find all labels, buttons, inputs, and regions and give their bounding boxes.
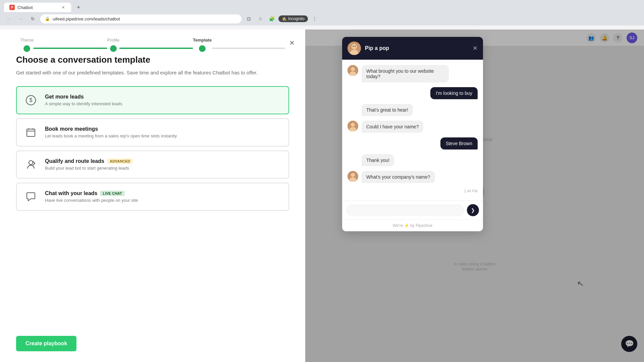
step-template: Template xyxy=(193,38,212,52)
step-profile-dot xyxy=(110,45,117,52)
tab-close-button[interactable]: ✕ xyxy=(60,5,66,10)
incognito-icon: 🕵 xyxy=(282,16,287,21)
template-name-leads: Get more leads xyxy=(45,94,282,100)
chat-send-button[interactable]: ❯ xyxy=(467,204,479,216)
svg-text:$: $ xyxy=(30,97,33,103)
cast-icon[interactable]: ⊡ xyxy=(244,14,254,23)
dialog-subtitle: Get started with one of our predefined t… xyxy=(16,69,289,77)
chat-message-3: That's great to hear! xyxy=(347,104,478,116)
chat-footer-text: We're xyxy=(393,223,403,228)
template-name-qualify: Qualify and route leads ADVANCED xyxy=(45,158,282,164)
chat-message-2: I'm looking to buy xyxy=(347,87,478,99)
incognito-label: Incognito xyxy=(288,16,305,21)
chat-bubble-5: Steve Brown xyxy=(440,137,478,149)
incognito-badge: 🕵 Incognito xyxy=(278,15,308,22)
svg-point-13 xyxy=(351,67,355,71)
template-desc-qualify: Build your lead bot to start generating … xyxy=(45,166,282,171)
step-template-label: Template xyxy=(193,38,212,43)
svg-point-16 xyxy=(351,123,355,127)
create-playbook-button[interactable]: Create playbook xyxy=(16,336,76,351)
chat-footer-brand: by Pipedrive xyxy=(410,223,432,228)
browser-chrome: P Chatbot ✕ + ← → ↻ 🔒 uifeed.pipedrive.c… xyxy=(0,0,644,25)
svg-point-6 xyxy=(29,161,33,165)
menu-button[interactable]: ⋮ xyxy=(310,14,319,23)
chat-bubble-1: What brought you to our website today? xyxy=(362,65,449,82)
tab-favicon: P xyxy=(9,5,15,10)
step-theme-dot xyxy=(23,45,30,52)
chat-widget-footer: We're ⚡ by Pipedrive xyxy=(342,220,483,231)
new-tab-button[interactable]: + xyxy=(74,3,83,12)
template-dialog: Theme Profile Template ✕ Choose a conver… xyxy=(0,29,305,362)
toolbar-actions: ⊡ ☆ 🧩 🕵 Incognito ⋮ xyxy=(244,14,319,23)
chat-body: What brought you to our website today? I… xyxy=(342,60,483,200)
bot-avatar-3 xyxy=(347,171,358,182)
template-option-meetings[interactable]: Book more meetings Let leads book a meet… xyxy=(16,118,289,146)
tab-title: Chatbot xyxy=(17,5,33,10)
svg-point-8 xyxy=(352,44,357,49)
chat-message-5: Steve Brown xyxy=(347,137,478,149)
chat-bubble-4: Could I have your name? xyxy=(362,121,423,133)
refresh-button[interactable]: ↻ xyxy=(28,14,38,23)
extension-icon[interactable]: 🧩 xyxy=(267,14,276,23)
chat-bot-avatar xyxy=(347,42,361,55)
url-text: uifeed.pipedrive.com/leads/chatbot xyxy=(53,16,120,21)
dialog-content: Choose a conversation template Get start… xyxy=(0,52,305,330)
svg-point-19 xyxy=(351,173,355,177)
chat-input-row: ❯ xyxy=(342,200,483,220)
step-profile-label: Profile xyxy=(107,38,119,43)
browser-toolbar: ← → ↻ 🔒 uifeed.pipedrive.com/leads/chatb… xyxy=(0,12,644,25)
chat-message-4: Could I have your name? xyxy=(347,121,478,133)
template-name-chat: Chat with your leads LIVE CHAT xyxy=(45,190,282,196)
address-lock-icon: 🔒 xyxy=(45,16,50,21)
chat-close-button[interactable]: ✕ xyxy=(473,45,478,52)
bot-avatar-2 xyxy=(347,121,358,131)
chat-widget-header: Pip a pop ✕ xyxy=(342,37,483,60)
template-icon-qualify xyxy=(23,157,38,172)
template-option-chat[interactable]: Chat with your leads LIVE CHAT Have live… xyxy=(16,183,289,211)
browser-tab-chatbot[interactable]: P Chatbot ✕ xyxy=(4,3,71,12)
advanced-badge: ADVANCED xyxy=(107,159,133,164)
step-theme-label: Theme xyxy=(20,38,34,43)
chat-widget: Pip a pop ✕ What brought you to our webs… xyxy=(342,37,483,231)
live-chat-badge: LIVE CHAT xyxy=(100,191,124,196)
wizard-header: Theme Profile Template ✕ xyxy=(0,29,305,52)
chat-message-1: What brought you to our website today? xyxy=(347,65,478,82)
svg-point-11 xyxy=(355,46,356,47)
template-desc-leads: A simple way to identify interested lead… xyxy=(45,101,282,106)
template-option-qualify[interactable]: Qualify and route leads ADVANCED Build y… xyxy=(16,150,289,179)
step-template-dot xyxy=(199,45,206,52)
chat-message-7: What's your company's name? xyxy=(347,171,478,183)
back-button[interactable]: ← xyxy=(4,14,13,23)
chat-bot-name: Pip a pop xyxy=(365,45,469,51)
step-theme: Theme xyxy=(20,38,34,52)
connector-1 xyxy=(34,48,107,49)
template-icon-leads: $ xyxy=(23,93,38,108)
wizard-steps: Theme Profile Template xyxy=(20,38,285,52)
template-text-meetings: Book more meetings Let leads book a meet… xyxy=(45,126,282,138)
dialog-close-button[interactable]: ✕ xyxy=(286,38,297,48)
chat-bubble-6: Thank you! xyxy=(362,154,394,166)
bookmark-icon[interactable]: ☆ xyxy=(256,14,265,23)
chat-bubble-7: What's your company's name? xyxy=(362,171,435,183)
chat-footer-lightning-icon: ⚡ xyxy=(404,223,409,228)
browser-titlebar: P Chatbot ✕ + xyxy=(0,0,644,12)
bot-avatar-1 xyxy=(347,65,358,76)
template-text-leads: Get more leads A simple way to identify … xyxy=(45,94,282,106)
forward-button[interactable]: → xyxy=(16,14,25,23)
template-name-meetings: Book more meetings xyxy=(45,126,282,132)
template-desc-meetings: Let leads book a meeting from a sales re… xyxy=(45,133,282,138)
template-icon-chat xyxy=(23,189,38,204)
chat-bubble-2: I'm looking to buy xyxy=(430,87,478,99)
template-option-get-more-leads[interactable]: $ Get more leads A simple way to identif… xyxy=(16,86,289,114)
template-desc-chat: Have live conversations with people on y… xyxy=(45,198,282,203)
address-bar[interactable]: 🔒 uifeed.pipedrive.com/leads/chatbot xyxy=(40,14,241,23)
svg-point-10 xyxy=(353,46,354,47)
template-text-qualify: Qualify and route leads ADVANCED Build y… xyxy=(45,158,282,171)
step-profile: Profile xyxy=(107,38,119,52)
chat-message-6: Thank you! xyxy=(347,154,478,166)
template-icon-meetings xyxy=(23,125,38,140)
chat-timestamp: 1:44 PM xyxy=(347,189,478,193)
connector-3 xyxy=(212,48,285,49)
svg-rect-2 xyxy=(27,129,35,136)
chat-input[interactable] xyxy=(346,205,464,216)
